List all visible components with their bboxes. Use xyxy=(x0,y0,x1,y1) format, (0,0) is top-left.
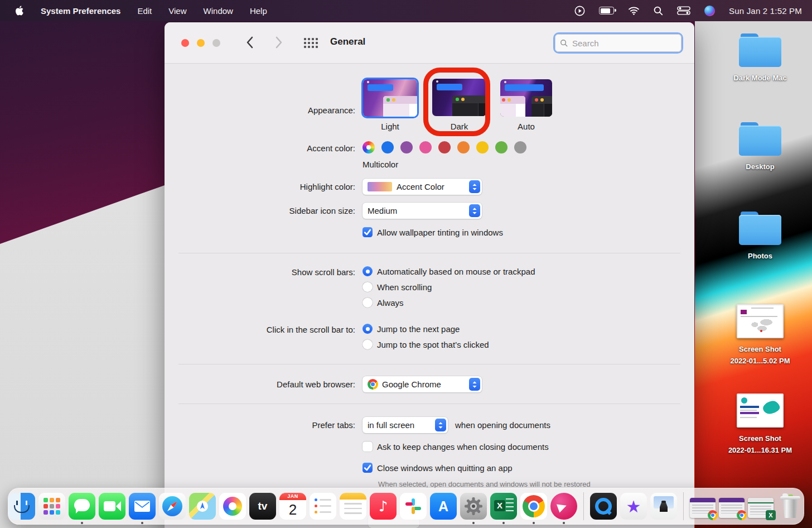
dock-item-apple-tv[interactable]: tv xyxy=(249,493,276,520)
ink-bottle-icon xyxy=(660,503,668,512)
wifi-icon[interactable] xyxy=(628,6,640,15)
accent-dot-blue[interactable] xyxy=(381,141,394,153)
scrollclick-radio-next-page[interactable] xyxy=(362,324,373,334)
checkmark-icon xyxy=(362,227,373,237)
accent-dot-green[interactable] xyxy=(495,141,508,153)
accent-selected-name: Multicolor xyxy=(362,160,398,169)
search-field[interactable] xyxy=(555,34,682,52)
maps-navigation-icon xyxy=(196,500,209,512)
dock-item-imovie[interactable]: ★ xyxy=(620,493,647,520)
imovie-star-icon: ★ xyxy=(626,497,641,516)
speech-bubble-icon xyxy=(74,499,90,511)
menu-item-edit[interactable]: Edit xyxy=(137,6,152,16)
trash-icon xyxy=(781,498,799,518)
dock-item-slack[interactable] xyxy=(400,493,427,520)
desktop-folder-photos[interactable]: Photos xyxy=(718,212,802,262)
dock-item-finder[interactable] xyxy=(8,493,35,520)
menu-item-window[interactable]: Window xyxy=(204,6,233,16)
default-browser-dropdown[interactable]: Google Chrome xyxy=(362,376,482,392)
scroll-click-label: Click in the scroll bar to: xyxy=(267,325,355,334)
annotation-red-circle xyxy=(423,68,490,136)
search-input[interactable] xyxy=(571,38,668,49)
appearance-auto-label: Auto xyxy=(500,122,552,131)
default-browser-value: Google Chrome xyxy=(382,380,441,389)
dock-item-music[interactable]: ♪ xyxy=(370,493,397,520)
close-windows-checkbox[interactable] xyxy=(362,463,373,473)
dock-item-preview[interactable] xyxy=(650,493,677,520)
ask-keep-changes-checkbox[interactable] xyxy=(362,441,373,452)
dock-item-maps[interactable] xyxy=(189,493,216,520)
scrollclick-radio-spot-clicked[interactable] xyxy=(362,339,373,349)
dock-item-skitch[interactable] xyxy=(550,493,577,520)
accent-dot-graphite[interactable] xyxy=(514,141,526,153)
appearance-option-light[interactable] xyxy=(363,79,417,117)
back-button[interactable] xyxy=(246,36,255,50)
accent-dot-multicolor[interactable] xyxy=(362,141,375,153)
dock-item-launchpad[interactable] xyxy=(38,493,65,520)
dropdown-stepper-icon xyxy=(469,180,480,193)
dock-item-notes[interactable] xyxy=(340,493,366,520)
screen-mirroring-icon[interactable] xyxy=(574,6,585,16)
menu-item-help[interactable]: Help xyxy=(250,6,267,16)
close-button[interactable] xyxy=(181,39,189,47)
menu-app-name[interactable]: System Preferences xyxy=(41,6,120,16)
tv-glyph: tv xyxy=(258,500,268,512)
highlight-color-dropdown[interactable]: Accent Color xyxy=(362,179,482,195)
section-divider xyxy=(178,364,680,364)
prefer-tabs-dropdown[interactable]: in full screen xyxy=(362,417,448,433)
dock-item-minimized-chrome-window-1[interactable] xyxy=(690,498,716,518)
dock-item-minimized-chrome-window-2[interactable] xyxy=(719,498,745,518)
dock-item-facetime[interactable] xyxy=(99,493,125,520)
dock-item-photos[interactable] xyxy=(219,493,246,520)
scrollbars-radio-always[interactable] xyxy=(362,297,373,308)
chrome-badge-icon xyxy=(737,510,747,520)
dock-item-excel[interactable]: X xyxy=(490,493,517,520)
appearance-option-auto[interactable] xyxy=(500,79,552,117)
dock-item-app-store[interactable]: A xyxy=(430,493,457,520)
dock-item-minimized-excel-window[interactable] xyxy=(748,498,774,518)
dock-item-chrome[interactable] xyxy=(520,493,547,520)
scrollbars-option-label: Always xyxy=(377,298,404,308)
accent-dot-pink[interactable] xyxy=(419,141,432,153)
dock-item-calendar[interactable]: JAN 2 xyxy=(279,493,306,520)
dock-item-mail[interactable] xyxy=(129,493,156,520)
desktop-file-screenshot-2[interactable]: Screen Shot 2022-01...16.31 PM xyxy=(718,393,802,456)
folder-icon xyxy=(739,33,781,67)
scrollbars-radio-automatically[interactable] xyxy=(362,266,373,276)
show-all-grid-icon[interactable] xyxy=(304,38,318,48)
dock-item-reminders[interactable] xyxy=(310,493,336,520)
folder-icon xyxy=(739,212,781,245)
desktop-folder-dark-mode-mac[interactable]: Dark Mode Mac xyxy=(718,33,802,84)
dock-item-system-preferences[interactable] xyxy=(460,493,487,520)
minimize-button[interactable] xyxy=(197,39,205,47)
battery-icon[interactable] xyxy=(599,7,614,15)
accent-dot-red[interactable] xyxy=(438,141,451,153)
wallpaper-tinting-checkbox[interactable] xyxy=(362,227,373,237)
dock-item-trash[interactable] xyxy=(777,493,804,520)
chrome-icon xyxy=(523,495,545,517)
scrollbars-radio-when-scrolling[interactable] xyxy=(362,282,373,292)
accent-dot-yellow[interactable] xyxy=(476,141,489,153)
control-center-icon[interactable] xyxy=(677,6,690,15)
dock-item-quicktime[interactable] xyxy=(590,493,617,520)
desktop-icon-label: Screen Shot xyxy=(739,343,781,355)
accent-dot-orange[interactable] xyxy=(457,141,470,153)
desktop-icon-label: Photos xyxy=(748,250,772,262)
screenshot-thumbnail xyxy=(737,393,784,428)
siri-icon[interactable] xyxy=(704,6,715,16)
menu-bar: System Preferences Edit View Window Help… xyxy=(0,0,812,21)
accent-dot-purple[interactable] xyxy=(400,141,413,153)
menu-item-view[interactable]: View xyxy=(168,6,186,16)
sidebar-icon-size-dropdown[interactable]: Medium xyxy=(362,203,482,219)
dock-item-safari[interactable] xyxy=(159,493,186,520)
menu-bar-clock[interactable]: Sun Jan 2 1:52 PM xyxy=(729,6,802,16)
dock-separator xyxy=(583,492,584,520)
desktop-folder-desktop[interactable]: Desktop xyxy=(718,122,802,172)
safari-compass-icon xyxy=(162,496,183,517)
default-browser-label: Default web browser: xyxy=(277,380,355,389)
scrollbars-option-label: When scrolling xyxy=(377,282,432,292)
desktop-file-screenshot-1[interactable]: Screen Shot 2022-01...5.02 PM xyxy=(718,304,802,367)
apple-menu-icon[interactable] xyxy=(16,6,24,16)
dock-item-messages[interactable] xyxy=(69,493,95,520)
spotlight-search-icon[interactable] xyxy=(654,6,663,16)
